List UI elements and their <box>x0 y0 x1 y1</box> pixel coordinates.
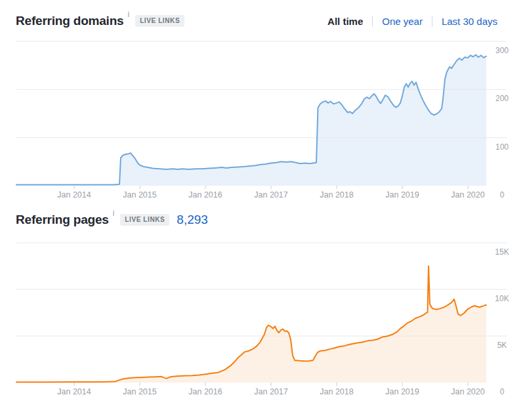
x-axis-label: Jan 2017 <box>254 190 287 200</box>
tab-one-year[interactable]: One year <box>382 16 423 27</box>
x-axis-label: Jan 2020 <box>451 190 484 200</box>
series-fill <box>16 266 486 383</box>
info-icon[interactable]: i <box>113 209 115 217</box>
y-axis-zero-label: 0 <box>500 190 505 200</box>
referring-pages-count: 8,293 <box>177 213 208 227</box>
live-links-badge: LIVE LINKS <box>120 214 169 226</box>
y-axis-label: 200 <box>495 94 509 103</box>
x-axis-label: Jan 2017 <box>254 387 287 396</box>
y-axis-label: 10K <box>495 294 509 303</box>
time-range-tabs: All time One year Last 30 days <box>327 16 497 27</box>
x-axis-label: Jan 2019 <box>385 387 419 396</box>
backlinks-report-page: Referring domains i LIVE LINKS All time … <box>0 0 525 420</box>
x-axis-label: Jan 2018 <box>320 190 353 200</box>
y-axis-label: 5K <box>497 341 507 350</box>
y-axis-label: 300 <box>495 46 509 55</box>
x-axis-label: Jan 2014 <box>57 387 91 396</box>
x-axis-label: Jan 2016 <box>188 190 222 200</box>
referring-pages-header: Referring pages i LIVE LINKS 8,293 <box>16 211 497 228</box>
x-axis-label: Jan 2015 <box>123 190 156 200</box>
tab-all-time[interactable]: All time <box>327 16 363 27</box>
x-axis-label: Jan 2018 <box>320 387 353 396</box>
x-axis-label: Jan 2016 <box>188 387 222 396</box>
x-axis-label: Jan 2019 <box>385 190 419 200</box>
referring-domains-title: Referring domains <box>16 14 123 28</box>
y-axis-zero-label: 0 <box>500 387 505 396</box>
tab-divider <box>432 16 432 27</box>
referring-domains-chart[interactable]: 3002001000Jan 2014Jan 2015Jan 2016Jan 20… <box>0 36 525 205</box>
info-icon[interactable]: i <box>127 10 129 18</box>
tab-last-30-days[interactable]: Last 30 days <box>442 16 497 27</box>
live-links-badge: LIVE LINKS <box>135 15 184 27</box>
referring-domains-header: Referring domains i LIVE LINKS All time … <box>16 12 497 30</box>
y-axis-label: 100 <box>495 142 509 152</box>
referring-pages-chart[interactable]: 15K10K5K0Jan 2014Jan 2015Jan 2016Jan 201… <box>0 238 525 402</box>
x-axis-label: Jan 2015 <box>123 387 156 396</box>
tab-divider <box>372 16 373 27</box>
referring-pages-title: Referring pages <box>16 213 109 227</box>
x-axis-label: Jan 2014 <box>57 190 91 200</box>
x-axis-label: Jan 2020 <box>451 387 484 396</box>
y-axis-label: 15K <box>495 247 509 257</box>
